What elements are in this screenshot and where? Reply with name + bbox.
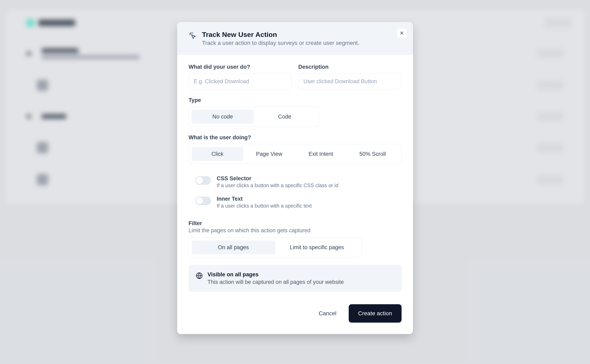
doing-option-page-view[interactable]: Page View <box>243 147 295 161</box>
type-option-no-code[interactable]: No code <box>192 110 254 124</box>
filter-segment: On all pages Limit to specific pages <box>189 237 362 257</box>
modal-title: Track New User Action <box>202 31 360 39</box>
type-option-code[interactable]: Code <box>254 110 316 124</box>
filter-option-specific[interactable]: Limit to specific pages <box>275 240 359 254</box>
globe-icon <box>196 271 203 280</box>
action-name-label: What did your user do? <box>189 64 292 70</box>
close-icon <box>399 31 404 36</box>
modal-footer: Cancel Create action <box>177 301 413 334</box>
doing-option-exit-intent[interactable]: Exit Intent <box>295 147 347 161</box>
user-doing-segment: Click Page View Exit Intent 50% Scroll <box>189 144 402 164</box>
action-name-input[interactable] <box>189 73 292 89</box>
css-selector-desc: If a user clicks a button with a specifi… <box>217 182 338 188</box>
filter-option-all[interactable]: On all pages <box>192 240 275 254</box>
cursor-click-icon <box>189 32 196 39</box>
description-label: Description <box>298 64 402 70</box>
track-action-modal: Track New User Action Track a user actio… <box>177 22 413 334</box>
doing-option-50-scroll[interactable]: 50% Scroll <box>347 147 398 161</box>
create-action-button[interactable]: Create action <box>349 304 402 323</box>
filter-sub: Limit the pages on which this action get… <box>189 227 402 234</box>
cancel-button[interactable]: Cancel <box>309 304 346 323</box>
info-desc: This action will be captured on all page… <box>208 279 344 285</box>
doing-option-click[interactable]: Click <box>192 147 243 161</box>
modal-overlay: Track New User Action Track a user actio… <box>0 0 590 364</box>
description-input[interactable] <box>298 73 402 89</box>
visibility-info-box: Visible on all pages This action will be… <box>189 265 402 292</box>
modal-header: Track New User Action Track a user actio… <box>177 22 413 55</box>
type-segment: No code Code <box>189 107 319 127</box>
filter-label: Filter <box>189 220 402 227</box>
info-title: Visible on all pages <box>208 271 344 278</box>
modal-subtitle: Track a user action to display surveys o… <box>202 40 360 46</box>
css-selector-toggle[interactable] <box>195 176 211 185</box>
user-doing-label: What is the user doing? <box>189 134 402 141</box>
inner-text-toggle[interactable] <box>195 197 211 205</box>
inner-text-desc: If a user clicks a button with a specifi… <box>217 203 312 209</box>
css-selector-label: CSS Selector <box>217 175 338 182</box>
type-label: Type <box>189 97 402 103</box>
close-button[interactable] <box>397 29 406 38</box>
inner-text-label: Inner Text <box>217 196 312 202</box>
